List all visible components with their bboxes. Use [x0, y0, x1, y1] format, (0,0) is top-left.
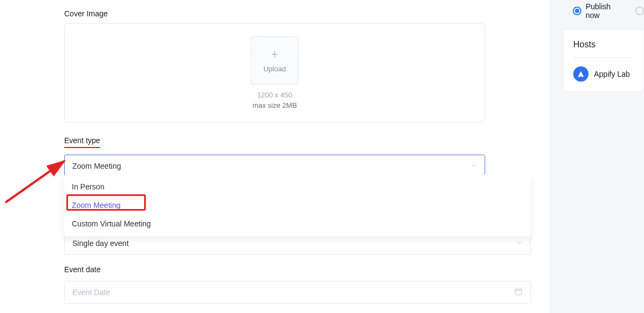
host-item[interactable]: Appify Lab	[573, 66, 634, 82]
publish-later-radio[interactable]	[635, 7, 644, 15]
publish-options-row: Publish now	[563, 0, 644, 29]
plus-icon: +	[271, 48, 278, 60]
dropdown-item-zoom-meeting[interactable]: Zoom Meeting	[64, 196, 531, 214]
event-type-label: Event type	[64, 136, 100, 148]
cover-image-dropzone[interactable]: + Upload 1200 x 450 max size 2MB	[64, 23, 485, 122]
event-date-label-wrap: Event date	[64, 265, 101, 274]
cover-maxsize-text: max size 2MB	[252, 101, 297, 109]
event-date-input[interactable]: Event Date	[64, 281, 531, 304]
hosts-title: Hosts	[573, 40, 634, 50]
publish-now-label: Publish now	[586, 2, 626, 20]
chevron-down-icon	[516, 239, 523, 248]
dropdown-item-in-person[interactable]: In Person	[64, 177, 531, 196]
cover-image-label: Cover Image	[64, 9, 108, 18]
cover-image-section: Cover Image + Upload 1200 x 450 max size…	[64, 9, 485, 122]
cover-dimensions-text: 1200 x 450	[257, 91, 292, 99]
event-type-dropdown: In Person Zoom Meeting Custom Virtual Me…	[64, 174, 531, 236]
event-duration-value: Single day event	[72, 239, 129, 248]
svg-rect-1	[515, 289, 522, 295]
upload-button[interactable]: + Upload	[251, 36, 299, 84]
event-type-selected-value: Zoom Meeting	[72, 162, 121, 170]
event-type-section: Event type Zoom Meeting	[64, 136, 485, 177]
host-avatar	[573, 66, 589, 82]
upload-label: Upload	[263, 65, 286, 73]
publish-now-radio[interactable]	[573, 7, 581, 15]
host-name: Appify Lab	[594, 70, 630, 78]
hosts-card: Hosts Appify Lab	[563, 29, 644, 92]
calendar-icon	[514, 287, 523, 298]
event-date-placeholder: Event Date	[72, 288, 110, 297]
hosts-divider	[573, 57, 634, 58]
event-date-label: Event date	[64, 265, 101, 274]
dropdown-item-custom-virtual[interactable]: Custom Virtual Meeting	[64, 214, 531, 233]
side-panel: Publish now Hosts Appify Lab	[563, 0, 644, 313]
chevron-down-icon	[470, 162, 477, 170]
